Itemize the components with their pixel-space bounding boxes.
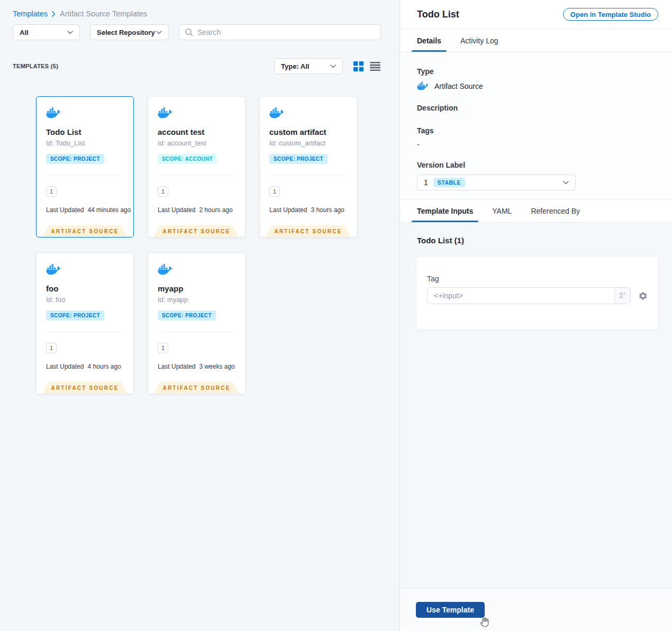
card-title: foo — [46, 284, 124, 293]
card-title: myapp — [158, 284, 235, 293]
chevron-down-icon — [563, 181, 569, 185]
chevron-right-icon — [52, 11, 56, 17]
template-card-myapp[interactable]: myapp Id: myapp SCOPE: PROJECT 1 Last Up… — [148, 253, 246, 394]
gear-icon[interactable] — [638, 291, 648, 301]
scope-badge: SCOPE: PROJECT — [158, 310, 216, 321]
panel-header: Todo List Open in Template Studio — [400, 0, 672, 29]
docker-icon — [158, 107, 174, 119]
tags-value: - — [417, 140, 655, 149]
card-divider — [269, 176, 347, 176]
breadcrumb-current: Artifact Source Templates — [60, 10, 147, 18]
tab-yaml[interactable]: YAML — [492, 199, 512, 222]
artifact-source-ribbon: ARTIFACT SOURCE — [42, 225, 128, 237]
inputs-section-title: Todo List (1) — [417, 236, 659, 245]
panel-title: Todo List — [417, 9, 459, 20]
search-icon — [185, 28, 193, 36]
card-last-updated: Last Updated 3 weeks ago — [158, 363, 235, 370]
card-divider — [158, 332, 235, 333]
docker-icon — [46, 107, 62, 119]
card-id: Id: account_test — [158, 139, 235, 147]
type-value-row: Artifact Source — [417, 81, 655, 91]
type-value: Artifact Source — [434, 82, 483, 90]
scope-badge: SCOPE: PROJECT — [269, 154, 328, 164]
card-version-chip: 1 — [158, 343, 168, 353]
tab-details[interactable]: Details — [417, 29, 441, 52]
version-label: Version Label — [417, 161, 655, 169]
artifact-source-ribbon: ARTIFACT SOURCE — [154, 225, 240, 237]
tags-label: Tags — [417, 126, 655, 135]
card-divider — [46, 176, 124, 176]
template-details-panel: Todo List Open in Template Studio Detail… — [399, 0, 672, 631]
open-in-template-studio-button[interactable]: Open in Template Studio — [563, 8, 658, 21]
template-card-foo[interactable]: foo Id: foo SCOPE: PROJECT 1 Last Update… — [36, 253, 134, 394]
version-value: 1 — [424, 178, 428, 187]
tab-referenced-by[interactable]: Referenced By — [531, 199, 580, 222]
list-header: TEMPLATES (5) Type: All — [13, 58, 380, 74]
card-id: Id: foo — [46, 296, 124, 304]
tab-activity-log[interactable]: Activity Log — [460, 29, 498, 52]
template-cards-grid: Todo List Id: Todo_List SCOPE: PROJECT 1… — [36, 96, 399, 394]
filters-row: All Select Repository — [13, 24, 399, 40]
scope-badge: SCOPE: ACCOUNT — [158, 154, 217, 164]
card-version-chip: 1 — [46, 343, 57, 353]
expression-sigma-button[interactable]: Σx — [614, 288, 630, 304]
description-label: Description — [417, 104, 655, 112]
card-version-chip: 1 — [158, 186, 168, 197]
inputs-card: Tag Σx — [416, 256, 659, 330]
card-last-updated: Last Updated 2 hours ago — [158, 206, 235, 214]
card-version-chip: 1 — [269, 186, 280, 197]
card-version-chip: 1 — [46, 186, 57, 197]
docker-icon — [417, 81, 430, 91]
scope-badge: SCOPE: PROJECT — [46, 154, 104, 164]
breadcrumb-templates-link[interactable]: Templates — [13, 10, 48, 18]
docker-icon — [269, 107, 285, 119]
card-title: custom artifact — [269, 127, 347, 136]
artifact-source-ribbon: ARTIFACT SOURCE — [42, 382, 128, 394]
tag-input[interactable] — [428, 288, 614, 304]
card-divider — [46, 332, 124, 333]
docker-icon — [46, 264, 62, 276]
templates-count-label: TEMPLATES (5) — [13, 63, 58, 69]
docker-icon — [158, 264, 174, 276]
version-select[interactable]: 1 STABLE — [417, 175, 576, 190]
view-toggles — [353, 61, 380, 71]
card-title: account test — [158, 127, 235, 136]
tab-template-inputs[interactable]: Template Inputs — [417, 199, 473, 222]
type-filter-select[interactable]: Type: All — [274, 58, 343, 74]
card-divider — [158, 176, 235, 176]
template-inputs-section: Todo List (1) Tag Σx — [400, 223, 672, 588]
use-template-button[interactable]: Use Template — [416, 602, 485, 618]
breadcrumb: Templates Artifact Source Templates — [13, 10, 399, 18]
scope-filter-select[interactable]: All — [13, 24, 80, 40]
card-last-updated: Last Updated 3 hours ago — [269, 206, 347, 214]
card-id: Id: myapp — [158, 296, 235, 304]
grid-view-icon[interactable] — [353, 61, 364, 71]
details-section: Type Artifact Source Description Tags - … — [400, 52, 672, 199]
tag-label: Tag — [427, 275, 648, 283]
templates-list-area: Templates Artifact Source Templates All … — [0, 0, 399, 631]
chevron-down-icon — [67, 31, 73, 34]
search-input[interactable] — [197, 28, 375, 36]
template-card-account-test[interactable]: account test Id: account_test SCOPE: ACC… — [148, 96, 246, 237]
card-id: Id: Todo_List — [46, 139, 124, 147]
scope-badge: SCOPE: PROJECT — [46, 310, 104, 321]
repository-filter-select[interactable]: Select Repository — [90, 24, 169, 40]
tag-input-wrap: Σx — [427, 287, 631, 304]
template-card-custom-artifact[interactable]: custom artifact Id: custom_artifact SCOP… — [259, 96, 357, 237]
artifact-source-ribbon: ARTIFACT SOURCE — [154, 382, 240, 394]
type-label: Type — [417, 67, 655, 76]
mouse-cursor-pointer — [479, 616, 491, 628]
template-card-todo-list[interactable]: Todo List Id: Todo_List SCOPE: PROJECT 1… — [36, 96, 134, 237]
tag-input-row: Σx — [427, 287, 648, 304]
card-id: Id: custom_artifact — [269, 139, 347, 147]
chevron-down-icon — [156, 31, 162, 34]
list-view-icon[interactable] — [370, 62, 380, 71]
chevron-down-icon — [330, 65, 336, 68]
card-last-updated: Last Updated 44 minutes ago — [46, 206, 124, 214]
panel-footer: Use Template — [400, 588, 672, 631]
card-title: Todo List — [46, 127, 124, 136]
stable-badge: STABLE — [433, 178, 465, 187]
inputs-tabbar: Template Inputs YAML Referenced By — [400, 199, 672, 223]
card-last-updated: Last Updated 4 hours ago — [46, 363, 124, 370]
search-box — [179, 24, 381, 40]
